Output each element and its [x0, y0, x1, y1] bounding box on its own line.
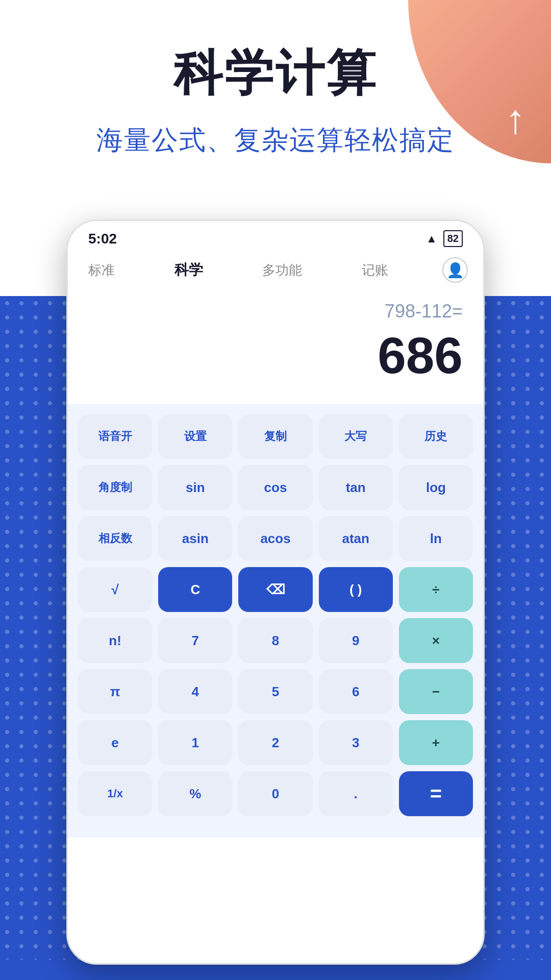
keypad: 语音开 设置 复制 大写 历史 角度制 sin cos tan log 相反数 … [68, 404, 483, 838]
key-sqrt[interactable]: √ [78, 567, 152, 612]
key-sin[interactable]: sin [158, 465, 232, 510]
page-title: 科学计算 [0, 41, 551, 107]
key-atan[interactable]: atan [319, 516, 393, 561]
display-area: 798-112= 686 [68, 290, 483, 404]
key-history[interactable]: 历史 [399, 414, 473, 459]
key-acos[interactable]: acos [238, 516, 312, 561]
key-4[interactable]: 4 [158, 669, 232, 714]
tab-bookkeeping[interactable]: 记账 [357, 259, 393, 282]
key-reciprocal[interactable]: 1/x [78, 771, 152, 816]
status-bar: 5:02 ▲ 82 [68, 221, 483, 252]
display-expression: 798-112= [88, 301, 463, 322]
key-row-3: √ C ⌫ ( ) ÷ [78, 567, 473, 612]
key-degrees[interactable]: 角度制 [78, 465, 152, 510]
key-clear[interactable]: C [158, 567, 232, 612]
tab-standard[interactable]: 标准 [83, 259, 120, 282]
key-row-7: 1/x % 0 . = [78, 771, 473, 816]
key-cos[interactable]: cos [238, 465, 312, 510]
key-multiply[interactable]: × [399, 618, 473, 663]
phone-frame: 5:02 ▲ 82 标准 科学 多功能 记账 👤 798-112= 686 语音… [66, 219, 485, 965]
key-subtract[interactable]: − [399, 669, 473, 714]
header: 科学计算 海量公式、复杂运算轻松搞定 [0, 41, 551, 158]
wifi-icon: ▲ [426, 232, 437, 246]
page-subtitle: 海量公式、复杂运算轻松搞定 [0, 122, 551, 158]
key-row-0: 语音开 设置 复制 大写 历史 [78, 414, 473, 459]
key-row-4: n! 7 8 9 × [78, 618, 473, 663]
key-5[interactable]: 5 [238, 669, 312, 714]
key-voice[interactable]: 语音开 [78, 414, 152, 459]
key-percent[interactable]: % [158, 771, 232, 816]
status-time: 5:02 [88, 231, 117, 247]
key-add[interactable]: + [399, 720, 473, 765]
key-settings[interactable]: 设置 [158, 414, 232, 459]
key-backspace[interactable]: ⌫ [238, 567, 312, 612]
profile-button[interactable]: 👤 [442, 257, 468, 283]
key-6[interactable]: 6 [319, 669, 393, 714]
key-2[interactable]: 2 [238, 720, 312, 765]
key-7[interactable]: 7 [158, 618, 232, 663]
key-9[interactable]: 9 [319, 618, 393, 663]
key-row-2: 相反数 asin acos atan ln [78, 516, 473, 561]
key-pi[interactable]: π [78, 669, 152, 714]
key-decimal[interactable]: . [319, 771, 393, 816]
profile-icon: 👤 [446, 262, 464, 279]
key-divide[interactable]: ÷ [399, 567, 473, 612]
key-ln[interactable]: ln [399, 516, 473, 561]
key-row-1: 角度制 sin cos tan log [78, 465, 473, 510]
key-factorial[interactable]: n! [78, 618, 152, 663]
key-e[interactable]: e [78, 720, 152, 765]
key-negate[interactable]: 相反数 [78, 516, 152, 561]
key-asin[interactable]: asin [158, 516, 232, 561]
battery-indicator: 82 [443, 230, 463, 247]
key-parens[interactable]: ( ) [319, 567, 393, 612]
tab-science[interactable]: 科学 [169, 258, 208, 282]
key-row-6: e 1 2 3 + [78, 720, 473, 765]
key-1[interactable]: 1 [158, 720, 232, 765]
key-copy[interactable]: 复制 [238, 414, 312, 459]
tab-multifunc[interactable]: 多功能 [257, 259, 307, 282]
key-0[interactable]: 0 [238, 771, 312, 816]
battery-level: 82 [447, 233, 459, 244]
key-equals[interactable]: = [399, 771, 473, 816]
key-uppercase[interactable]: 大写 [319, 414, 393, 459]
key-tan[interactable]: tan [319, 465, 393, 510]
status-icons: ▲ 82 [426, 230, 463, 247]
key-log[interactable]: log [399, 465, 473, 510]
key-3[interactable]: 3 [319, 720, 393, 765]
display-result: 686 [88, 327, 463, 383]
nav-tabs: 标准 科学 多功能 记账 👤 [68, 252, 483, 290]
key-8[interactable]: 8 [238, 618, 312, 663]
key-row-5: π 4 5 6 − [78, 669, 473, 714]
